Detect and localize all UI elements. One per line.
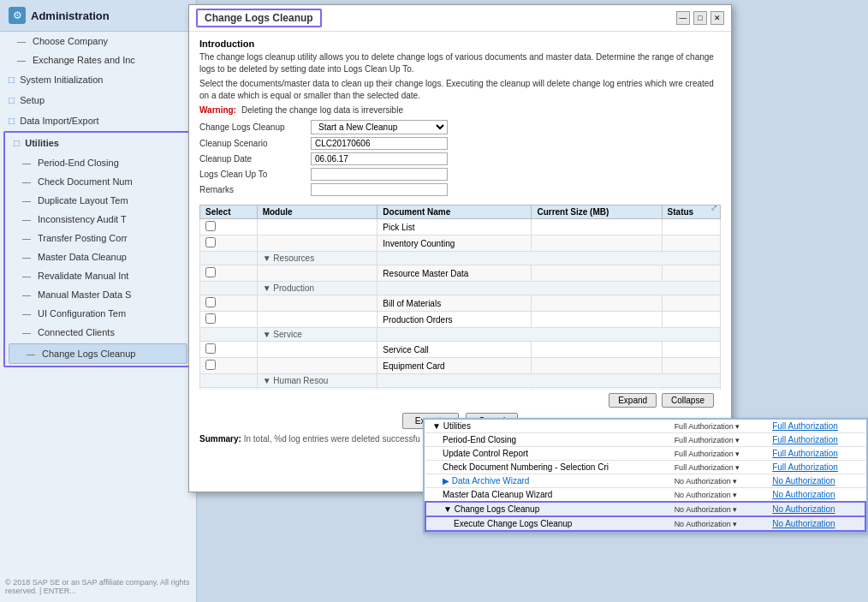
- sidebar-title: Administration: [31, 9, 110, 22]
- document-cell: [378, 282, 721, 295]
- remarks-input[interactable]: [311, 183, 448, 196]
- auth-col3-link[interactable]: Full Authorization: [772, 421, 838, 431]
- table-row: ▼ Resources: [200, 252, 721, 265]
- remarks-row: Remarks: [199, 183, 721, 196]
- sidebar-item-label: Revalidate Manual Int: [38, 271, 128, 281]
- sidebar-item-data-import[interactable]: □ Data Import/Export: [0, 110, 196, 131]
- module-cell: ▼ Service: [257, 328, 378, 342]
- auth-col2-dropdown[interactable]: Full Authorization ▾: [675, 436, 740, 444]
- status-cell: [662, 342, 720, 358]
- sidebar-item-label: UI Configuration Tem: [38, 308, 126, 319]
- auth-col2-dropdown[interactable]: Full Authorization ▾: [675, 422, 740, 431]
- row-checkbox[interactable]: [205, 343, 216, 354]
- dash-icon: —: [22, 290, 31, 300]
- auth-col2-dropdown[interactable]: No Authorization ▾: [675, 477, 738, 486]
- sidebar-item-label: Inconsistency Audit T: [38, 214, 127, 224]
- row-checkbox[interactable]: [205, 313, 216, 324]
- date-label: Cleanup Date: [199, 154, 311, 164]
- sidebar-item-transfer-posting[interactable]: — Transfer Posting Corr: [5, 229, 191, 247]
- auth-col3-link[interactable]: No Authorization: [772, 490, 835, 499]
- row-checkbox[interactable]: [205, 267, 216, 277]
- auth-col2-dropdown[interactable]: No Authorization ▾: [675, 505, 738, 514]
- auth-label-cell: Update Control Report: [425, 447, 669, 461]
- module-cell: ▼ Human Resou: [257, 374, 378, 388]
- table-row: Bill of Materials: [200, 295, 721, 312]
- intro-text1: The change logs cleanup utility allows y…: [199, 51, 721, 75]
- auth-col3-link[interactable]: No Authorization: [772, 504, 835, 514]
- module-cell: [257, 265, 378, 282]
- sidebar-item-master-data[interactable]: — Master Data Cleanup: [5, 247, 191, 266]
- admin-icon: ⚙: [9, 7, 26, 24]
- sidebar-item-setup[interactable]: □ Setup: [0, 90, 196, 110]
- sidebar-item-inconsistency[interactable]: — Inconsistency Audit T: [5, 210, 191, 229]
- sidebar-item-label: Transfer Posting Corr: [38, 233, 128, 243]
- auth-col3-link[interactable]: Full Authorization: [772, 435, 838, 444]
- row-checkbox[interactable]: [205, 221, 216, 231]
- sidebar-item-system-init[interactable]: □ System Initialization: [0, 69, 196, 90]
- folder-open-icon: □: [14, 137, 20, 149]
- intro-text2: Select the documents/master data to clea…: [199, 78, 721, 102]
- auth-col2-cell: Full Authorization ▾: [669, 447, 768, 461]
- sidebar-item-revalidate[interactable]: — Revalidate Manual Int: [5, 266, 191, 285]
- sidebar-item-connected-clients[interactable]: — Connected Clients: [5, 323, 191, 342]
- row-checkbox[interactable]: [205, 237, 216, 247]
- sidebar-item-duplicate-layout[interactable]: — Duplicate Layout Tem: [5, 191, 191, 210]
- dash-icon: —: [22, 309, 31, 319]
- minimize-button[interactable]: —: [676, 11, 690, 25]
- date-input[interactable]: [311, 152, 448, 165]
- row-checkbox[interactable]: [205, 360, 216, 370]
- size-cell: [532, 235, 662, 252]
- logs-cleanup-row: Logs Clean Up To: [199, 168, 721, 181]
- auth-col3-cell: Full Authorization: [767, 461, 865, 474]
- sidebar-item-ui-config[interactable]: — UI Configuration Tem: [5, 304, 191, 323]
- logs-cleanup-input[interactable]: [311, 168, 448, 181]
- auth-label-cell: Period-End Closing: [425, 433, 669, 447]
- module-cell: ▼ Resources: [257, 252, 378, 265]
- table-scroll[interactable]: Select Module Document Name Current Size…: [199, 201, 721, 390]
- dash-icon: —: [22, 253, 31, 262]
- auth-col2-dropdown[interactable]: No Authorization ▾: [675, 520, 738, 528]
- row-checkbox[interactable]: [205, 297, 216, 307]
- cleanup-row: Change Logs Cleanup Start a New Cleanup: [199, 120, 721, 134]
- sidebar-item-change-logs[interactable]: — Change Logs Cleanup: [9, 343, 187, 364]
- sidebar-item-label: Change Logs Cleanup: [42, 349, 135, 359]
- auth-col2-dropdown[interactable]: Full Authorization ▾: [675, 450, 740, 458]
- auth-label-cell: ▼ Change Logs Cleanup: [425, 502, 669, 516]
- sidebar-item-manual-master[interactable]: — Manual Master Data S: [5, 285, 191, 304]
- auth-col3-cell: Full Authorization: [767, 433, 865, 447]
- dialog-title: Change Logs Cleanup: [196, 9, 322, 27]
- maximize-button[interactable]: □: [693, 11, 707, 25]
- auth-label-cell: Execute Change Logs Cleanup: [425, 516, 669, 531]
- close-button[interactable]: ✕: [710, 11, 724, 25]
- sidebar-item-label: Setup: [20, 95, 45, 105]
- auth-col3-link[interactable]: Full Authorization: [772, 449, 838, 458]
- sidebar-item-label: Data Import/Export: [20, 116, 98, 126]
- expand-corner-button[interactable]: ⤢: [710, 203, 717, 212]
- collapse-button[interactable]: Collapse: [662, 393, 714, 408]
- status-cell: [662, 295, 720, 312]
- dialog-controls: — □ ✕: [676, 11, 724, 25]
- intro-section: Introduction The change logs cleanup uti…: [199, 39, 721, 115]
- auth-col2-cell: Full Authorization ▾: [669, 433, 768, 447]
- table-row: ▼ Service: [200, 328, 721, 342]
- sidebar-item-exchange-rates[interactable]: — Exchange Rates and Inc: [0, 51, 196, 69]
- auth-col2-dropdown[interactable]: Full Authorization ▾: [675, 463, 740, 472]
- sidebar-item-choose-company[interactable]: — Choose Company: [0, 32, 196, 51]
- auth-col3-link[interactable]: No Authorization: [772, 519, 835, 528]
- date-row: Cleanup Date: [199, 152, 721, 165]
- status-cell: [662, 312, 720, 328]
- auth-col2-dropdown[interactable]: No Authorization ▾: [675, 491, 738, 499]
- sidebar-item-utilities[interactable]: □ Utilities: [5, 133, 191, 153]
- expand-button[interactable]: Expand: [609, 393, 657, 408]
- remarks-label: Remarks: [199, 185, 311, 194]
- auth-table-row: Period-End ClosingFull Authorization ▾Fu…: [425, 433, 865, 447]
- dash-icon: —: [22, 328, 31, 337]
- sidebar-item-check-doc[interactable]: — Check Document Num: [5, 172, 191, 191]
- cleanup-dropdown[interactable]: Start a New Cleanup: [311, 120, 448, 134]
- auth-col3-link[interactable]: Full Authorization: [772, 462, 838, 472]
- sidebar-item-label: Period-End Closing: [38, 158, 119, 168]
- scenario-input[interactable]: [311, 137, 448, 150]
- sidebar-item-period-end[interactable]: — Period-End Closing: [5, 153, 191, 172]
- auth-col3-link[interactable]: No Authorization: [772, 476, 835, 486]
- auth-col2-cell: No Authorization ▾: [669, 488, 768, 503]
